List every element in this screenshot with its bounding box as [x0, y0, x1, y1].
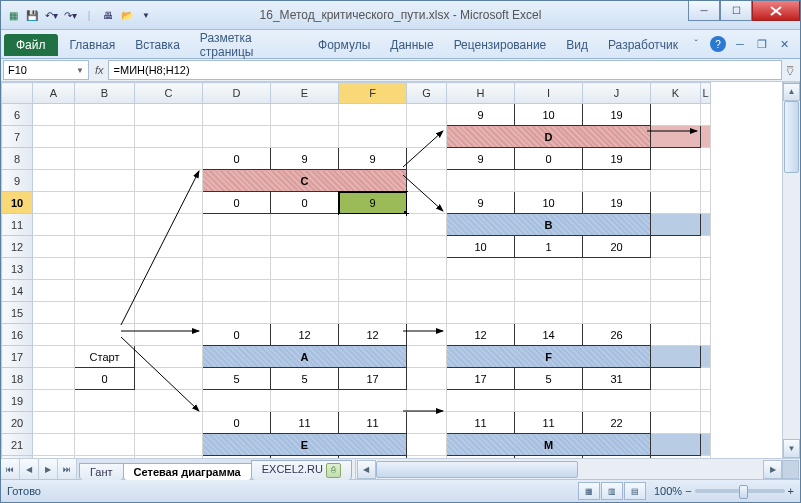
- row-header-7[interactable]: 7: [2, 126, 33, 148]
- cell-K16[interactable]: [651, 324, 701, 346]
- cell-I6[interactable]: 10: [515, 104, 583, 126]
- undo-icon[interactable]: ↶▾: [43, 7, 59, 23]
- cell-C19[interactable]: [135, 390, 203, 412]
- cell-K20[interactable]: [651, 412, 701, 434]
- cell-L18[interactable]: [701, 368, 711, 390]
- col-header-L[interactable]: L: [701, 83, 711, 104]
- cell-L19[interactable]: [701, 390, 711, 412]
- cell-D9[interactable]: C: [203, 170, 407, 192]
- ribbon-minimize-icon[interactable]: ˇ: [688, 36, 704, 52]
- cell-A6[interactable]: [33, 104, 75, 126]
- sheet-tab[interactable]: EXCEL2.RU⎙: [251, 460, 352, 480]
- cell-J14[interactable]: [583, 280, 651, 302]
- cell-G16[interactable]: [407, 324, 447, 346]
- zoom-level[interactable]: 100%: [654, 485, 682, 497]
- cell-H17[interactable]: F: [447, 346, 651, 368]
- cell-E16[interactable]: 12: [271, 324, 339, 346]
- zoom-slider[interactable]: [695, 489, 785, 493]
- cell-I15[interactable]: [515, 302, 583, 324]
- cell-J15[interactable]: [583, 302, 651, 324]
- cell-F11[interactable]: [339, 214, 407, 236]
- cell-F10[interactable]: 9: [339, 192, 407, 214]
- row-header-12[interactable]: 12: [2, 236, 33, 258]
- cell-G8[interactable]: [407, 148, 447, 170]
- cell-D17[interactable]: A: [203, 346, 407, 368]
- print-icon[interactable]: 🖶: [100, 7, 116, 23]
- tab-prev-button[interactable]: ◀: [20, 459, 39, 479]
- qat-customize-icon[interactable]: ▼: [138, 7, 154, 23]
- file-tab[interactable]: Файл: [4, 34, 58, 56]
- cell-C11[interactable]: [135, 214, 203, 236]
- cell-L10[interactable]: [701, 192, 711, 214]
- cell-L16[interactable]: [701, 324, 711, 346]
- cell-G17[interactable]: [407, 346, 447, 368]
- col-header-C[interactable]: C: [135, 83, 203, 104]
- row-header-9[interactable]: 9: [2, 170, 33, 192]
- row-header-8[interactable]: 8: [2, 148, 33, 170]
- cell-K15[interactable]: [651, 302, 701, 324]
- cell-A18[interactable]: [33, 368, 75, 390]
- cell-J10[interactable]: 19: [583, 192, 651, 214]
- cell-A9[interactable]: [33, 170, 75, 192]
- cell-H8[interactable]: 9: [447, 148, 515, 170]
- excel-icon[interactable]: ▦: [5, 7, 21, 23]
- cell-K12[interactable]: [651, 236, 701, 258]
- cell-G11[interactable]: [407, 214, 447, 236]
- cell-D11[interactable]: [203, 214, 271, 236]
- cell-B13[interactable]: [75, 258, 135, 280]
- workbook-minimize-icon[interactable]: ─: [732, 36, 748, 52]
- cell-A12[interactable]: [33, 236, 75, 258]
- vertical-scrollbar[interactable]: ▲ ▼: [782, 82, 800, 458]
- hscroll-thumb[interactable]: [376, 461, 578, 478]
- cell-A10[interactable]: [33, 192, 75, 214]
- cell-A8[interactable]: [33, 148, 75, 170]
- cell-J19[interactable]: [583, 390, 651, 412]
- cell-K17[interactable]: [651, 346, 701, 368]
- row-header-11[interactable]: 11: [2, 214, 33, 236]
- cell-G10[interactable]: [407, 192, 447, 214]
- tab-last-button[interactable]: ⏭: [58, 459, 77, 479]
- cell-F18[interactable]: 17: [339, 368, 407, 390]
- view-normal-button[interactable]: ▦: [578, 482, 600, 500]
- cell-K19[interactable]: [651, 390, 701, 412]
- maximize-button[interactable]: ☐: [720, 1, 752, 21]
- col-header-B[interactable]: B: [75, 83, 135, 104]
- spreadsheet[interactable]: ABCDEFGHIJKL6910197D809990199C1000991019…: [1, 82, 711, 458]
- cell-A20[interactable]: [33, 412, 75, 434]
- cell-B10[interactable]: [75, 192, 135, 214]
- cell-H10[interactable]: 9: [447, 192, 515, 214]
- row-header-20[interactable]: 20: [2, 412, 33, 434]
- ribbon-tab-insert[interactable]: Вставка: [125, 32, 190, 56]
- cell-F14[interactable]: [339, 280, 407, 302]
- cell-H7[interactable]: D: [447, 126, 651, 148]
- cell-L13[interactable]: [701, 258, 711, 280]
- cell-H14[interactable]: [447, 280, 515, 302]
- cell-G18[interactable]: [407, 368, 447, 390]
- cell-I9[interactable]: [515, 170, 583, 192]
- cell-L21[interactable]: [701, 434, 711, 456]
- cell-B9[interactable]: [75, 170, 135, 192]
- cell-G15[interactable]: [407, 302, 447, 324]
- cell-H6[interactable]: 9: [447, 104, 515, 126]
- cell-C21[interactable]: [135, 434, 203, 456]
- ribbon-tab-home[interactable]: Главная: [60, 32, 126, 56]
- cell-B8[interactable]: [75, 148, 135, 170]
- formula-input[interactable]: =МИН(H8;H12): [108, 60, 782, 80]
- cell-D16[interactable]: 0: [203, 324, 271, 346]
- cell-E14[interactable]: [271, 280, 339, 302]
- col-header-J[interactable]: J: [583, 83, 651, 104]
- cell-C10[interactable]: [135, 192, 203, 214]
- cell-F8[interactable]: 9: [339, 148, 407, 170]
- cell-H21[interactable]: M: [447, 434, 651, 456]
- cell-A14[interactable]: [33, 280, 75, 302]
- col-header-E[interactable]: E: [271, 83, 339, 104]
- cell-J6[interactable]: 19: [583, 104, 651, 126]
- cell-D18[interactable]: 5: [203, 368, 271, 390]
- cell-I12[interactable]: 1: [515, 236, 583, 258]
- cell-J20[interactable]: 22: [583, 412, 651, 434]
- cell-K7[interactable]: [651, 126, 701, 148]
- col-header-I[interactable]: I: [515, 83, 583, 104]
- help-icon[interactable]: ?: [710, 36, 726, 52]
- cell-E19[interactable]: [271, 390, 339, 412]
- cell-E8[interactable]: 9: [271, 148, 339, 170]
